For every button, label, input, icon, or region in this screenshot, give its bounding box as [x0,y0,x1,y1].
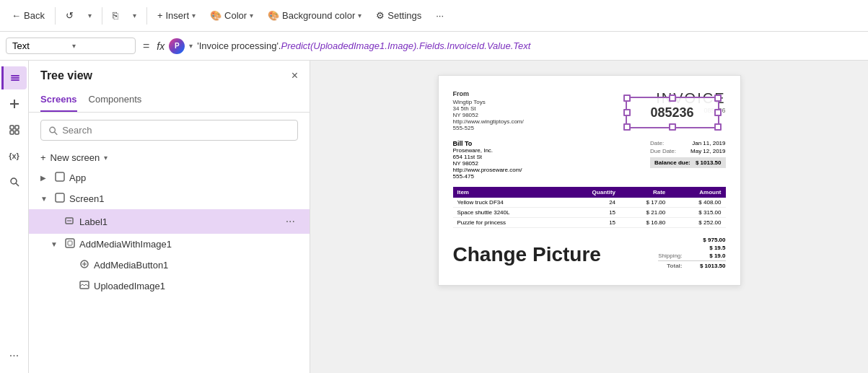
from-phone: 555-525 [453,125,524,131]
formula-bar: Text ▾ = fx P ▾ 'Invoice processing'.Pre… [0,32,868,61]
subtotal-row: $ 975.00 [658,237,725,243]
variable-icon-button[interactable]: {x} [3,144,26,167]
label1-label: Label1 [79,216,279,227]
new-screen-label: New screen [51,152,100,163]
layers-icon-button[interactable] [1,66,27,89]
tree-item-screen1[interactable]: ▼ Screen1 [29,188,310,209]
svg-rect-14 [56,193,64,202]
discount-value: $ 19.5 [690,245,726,251]
chevron-addmedia: ▼ [51,240,61,248]
tree-item-label1[interactable]: Label1 ··· [29,209,310,234]
handle-lm[interactable] [623,109,631,116]
canvas-container: From Wingtip Toys 34 5th St NY 98052 htt… [438,75,741,286]
tab-screens[interactable]: Screens [40,88,77,112]
divider-1 [55,7,56,25]
due-date-value: May 12, 2019 [691,148,725,154]
handle-tm[interactable] [669,95,676,102]
svg-rect-13 [56,172,64,181]
date-value: Jan 11, 2019 [692,140,725,146]
handle-tr[interactable] [714,95,722,102]
handle-rm[interactable] [714,109,722,116]
tree-item-addmediabutton[interactable]: AddMediaButton1 [29,255,310,276]
row1-rate: $ 17.00 [620,198,670,208]
invoice-dates-section: Date: Jan 11, 2019 Due Date: May 12, 201… [650,140,726,180]
more-button[interactable]: ··· [430,7,450,24]
handle-br[interactable] [714,123,722,131]
back-arrow-icon: ← [12,10,21,21]
divider-2 [102,7,102,25]
bill-to-section: Bill To Proseware, Inc. 654 11st St NY 9… [453,140,522,180]
formula-input[interactable]: 'Invoice processing'.Predict(UploadedIma… [197,40,862,51]
new-screen-button[interactable]: + New screen ▾ [29,148,310,167]
tree-tabs: Screens Components [29,88,310,113]
undo-icon: ↺ [66,10,74,21]
chevron-down-icon-5: ▾ [358,12,361,19]
formula-text-predict: Predict(UploadedImage1.Image).Fields.Inv… [281,40,530,51]
invoice-billing-section: Bill To Proseware, Inc. 654 11st St NY 9… [453,140,726,180]
table-row: Yellow truck DF34 24 $ 17.00 $ 408.00 [453,198,726,208]
svg-rect-6 [15,126,19,129]
back-button[interactable]: ← Back [6,7,51,24]
addmedia-icon [65,238,75,250]
svg-point-11 [50,127,56,133]
row3-rate: $ 16.80 [620,218,670,228]
search-icon-button[interactable] [3,170,26,193]
selected-textbox[interactable]: 085236 [626,97,719,128]
handle-bl[interactable] [623,123,631,131]
from-label: From [453,90,524,97]
background-color-icon: 🎨 [268,10,279,21]
background-color-button[interactable]: 🎨 Background color ▾ [262,7,367,24]
balance-due-row: Balance due: $ 1013.50 [650,157,726,168]
addmediabutton-label: AddMediaButton1 [94,260,298,271]
invoice-table: Item Quantity Rate Amount Yellow truck D… [453,187,726,228]
settings-icon: ⚙ [376,10,385,21]
row2-amount: $ 315.00 [670,208,725,218]
row2-rate: $ 21.00 [620,208,670,218]
toolbar: ← Back ↺ ▾ ⎘ ▾ + Insert ▾ 🎨 Color ▾ 🎨 Ba… [0,0,868,32]
search-icon [48,126,58,136]
tree-close-button[interactable]: × [291,69,298,82]
col-item: Item [453,187,563,198]
tree-item-uploadedimage[interactable]: UploadedImage1 [29,276,310,297]
settings-label: Settings [387,10,421,21]
tree-search-area [29,113,310,148]
chevron-down-icon: ▾ [88,12,92,19]
change-picture-text: Change Picture [453,243,601,266]
tree-item-addmedia[interactable]: ▼ AddMediaWithImage1 [29,234,310,255]
label1-more-button[interactable]: ··· [283,214,298,229]
handle-tl[interactable] [623,95,631,102]
handle-bm[interactable] [669,123,676,131]
fx-label: fx [157,40,165,52]
paste-dropdown[interactable]: ▾ [127,9,142,22]
bill-address1: 654 11st St [453,154,522,160]
undo-button[interactable]: ↺ [60,7,79,24]
svg-rect-7 [10,131,14,134]
color-button[interactable]: 🎨 Color ▾ [204,7,259,24]
back-label: Back [24,10,45,21]
svg-rect-1 [11,77,19,79]
color-label: Color [224,10,247,21]
svg-rect-17 [66,239,74,247]
svg-rect-0 [11,75,19,76]
property-selector[interactable]: Text ▾ [6,38,136,54]
col-amount: Amount [670,187,725,198]
grid-icon-button[interactable] [3,118,26,141]
more-options-icon-button[interactable]: ··· [3,344,26,367]
row3-item: Puzzle for princess [453,218,563,228]
paste-button[interactable]: ⎘ [107,7,124,24]
tree-title: Tree view [40,69,92,82]
tree-item-app[interactable]: ▶ App [29,167,310,188]
total-label: Total: [667,263,682,269]
plus-icon-new: + [40,152,46,163]
table-row: Space shuttle 3240L 15 $ 21.00 $ 315.00 [453,208,726,218]
tab-components[interactable]: Components [89,88,142,112]
undo-dropdown[interactable]: ▾ [82,9,97,22]
settings-button[interactable]: ⚙ Settings [370,7,427,24]
discount-row: $ 19.5 [658,245,725,251]
search-input[interactable] [62,125,290,136]
add-icon-button[interactable] [3,92,26,115]
row2-item: Space shuttle 3240L [453,208,563,218]
addmediabutton-icon [79,259,89,271]
insert-button[interactable]: + Insert ▾ [152,7,201,24]
svg-rect-2 [11,79,19,81]
